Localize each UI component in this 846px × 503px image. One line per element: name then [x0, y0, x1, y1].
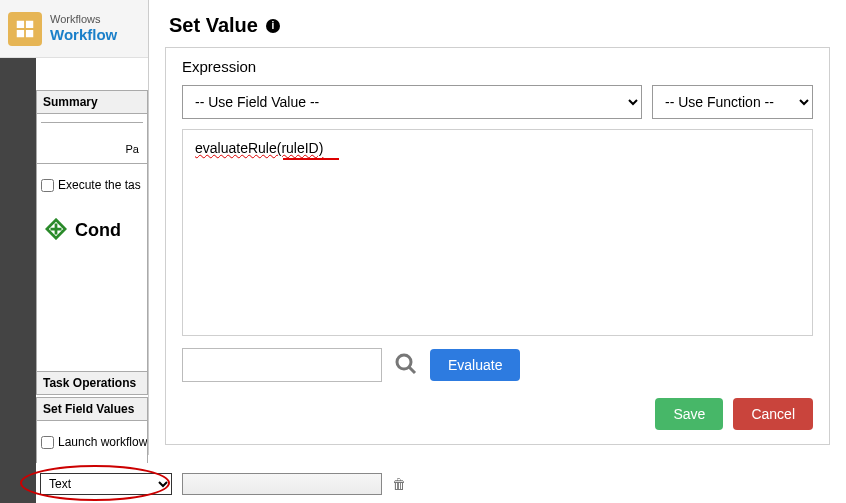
condition-label: Cond: [75, 220, 121, 241]
expression-label: Expression: [182, 58, 813, 75]
set-field-values-tab[interactable]: Set Field Values: [36, 397, 148, 421]
field-type-select[interactable]: Text: [40, 473, 172, 495]
evaluate-button[interactable]: Evaluate: [430, 349, 520, 381]
use-function-select[interactable]: -- Use Function --: [652, 85, 813, 119]
diamond-icon: [45, 218, 67, 243]
expression-text: evaluateRule(ruleID): [195, 140, 323, 156]
set-value-modal: Set Value i Expression -- Use Field Valu…: [148, 0, 846, 455]
error-underline: [283, 158, 339, 160]
launch-workflow-checkbox[interactable]: [41, 436, 54, 449]
app-title[interactable]: Workflow: [50, 26, 117, 44]
app-supertitle: Workflows: [50, 13, 117, 26]
svg-point-0: [397, 355, 411, 369]
delete-button[interactable]: 🗑: [392, 476, 406, 492]
app-brand: Workflows Workflow: [0, 0, 145, 57]
execute-task-checkbox[interactable]: [41, 179, 54, 192]
cancel-button[interactable]: Cancel: [733, 398, 813, 430]
search-button[interactable]: [392, 350, 420, 381]
search-icon: [394, 352, 418, 376]
svg-line-1: [409, 367, 415, 373]
workflow-app-icon: [8, 12, 42, 46]
task-operations-tab[interactable]: Task Operations: [36, 371, 148, 395]
launch-workflow-label: Launch workflow: [58, 435, 147, 449]
modal-title: Set Value: [169, 14, 258, 37]
side-panel: Summary Pa Execute the tas Cond Task Ope…: [36, 90, 148, 503]
use-field-value-select[interactable]: -- Use Field Value --: [182, 85, 642, 119]
left-rail: [0, 58, 36, 503]
summary-tab[interactable]: Summary: [36, 90, 148, 114]
info-icon[interactable]: i: [266, 19, 280, 33]
trash-icon: 🗑: [392, 476, 406, 492]
expression-editor[interactable]: evaluateRule(ruleID): [182, 129, 813, 336]
field-value-input[interactable]: [182, 473, 382, 495]
evaluate-input[interactable]: [182, 348, 382, 382]
bottom-row: Text 🗑: [36, 465, 846, 503]
save-button[interactable]: Save: [655, 398, 723, 430]
execute-task-label: Execute the tas: [58, 178, 141, 192]
pa-label: Pa: [41, 143, 143, 155]
